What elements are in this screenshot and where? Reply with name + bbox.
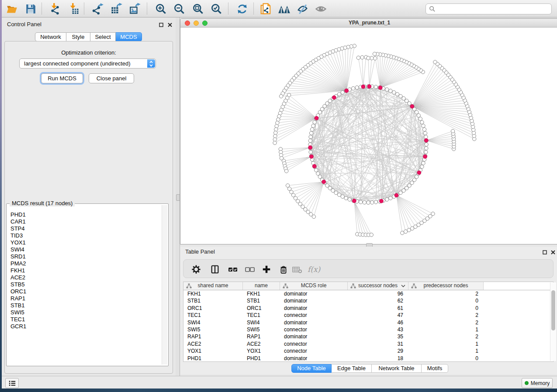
zoom-in-button[interactable]: [153, 1, 168, 16]
table-row[interactable]: PHD1PHD1dominator180: [183, 355, 553, 362]
import-table-button[interactable]: [66, 1, 81, 16]
export-table-button[interactable]: [109, 1, 124, 16]
mcds-result-item[interactable]: STB1: [7, 302, 162, 309]
float-panel-icon[interactable]: [542, 249, 548, 255]
table-cell[interactable]: 43: [348, 326, 408, 333]
show-task-history-button[interactable]: [5, 378, 19, 388]
tab-node-table[interactable]: Node Table: [291, 364, 332, 373]
mcds-result-item[interactable]: CAR1: [7, 218, 162, 225]
tab-select[interactable]: Select: [90, 32, 116, 41]
save-session-button[interactable]: [23, 1, 38, 16]
table-cell[interactable]: 62: [348, 297, 408, 304]
table-cell[interactable]: 0: [408, 297, 484, 304]
table-row[interactable]: FKH1FKH1dominator962: [183, 290, 553, 297]
mcds-result-item[interactable]: STP4: [7, 225, 162, 232]
table-cell[interactable]: dominator: [280, 355, 348, 362]
search-input[interactable]: [426, 3, 552, 14]
close-panel-button[interactable]: Close panel: [89, 73, 134, 83]
column-header-predecessor-nodes[interactable]: predecessor nodes: [408, 282, 484, 290]
table-cell[interactable]: PHD1: [243, 355, 280, 362]
table-row[interactable]: SWI5SWI5connector431: [183, 326, 553, 333]
table-cell[interactable]: 2: [408, 333, 484, 340]
table-cell[interactable]: RAP1: [243, 333, 280, 340]
close-panel-icon[interactable]: [167, 22, 173, 28]
table-cell[interactable]: FKH1: [183, 290, 243, 297]
table-row[interactable]: YOX1YOX1connector291: [183, 347, 553, 354]
column-header-mcds-role[interactable]: MCDS role: [280, 282, 348, 290]
table-cell[interactable]: TEC1: [183, 312, 243, 319]
mcds-result-item[interactable]: RAP1: [7, 295, 162, 302]
network-window-titlebar[interactable]: YPA_prune.txt_1: [180, 19, 557, 28]
table-cell[interactable]: dominator: [280, 333, 348, 340]
table-cell[interactable]: 1: [408, 326, 484, 333]
table-scrollbar[interactable]: [550, 282, 556, 361]
mcds-result-item[interactable]: SRD1: [7, 253, 162, 260]
table-cell[interactable]: 18: [348, 355, 408, 362]
tab-network[interactable]: Network: [35, 32, 66, 41]
mcds-result-item[interactable]: FKH1: [7, 267, 162, 274]
table-cell[interactable]: 46: [348, 319, 408, 326]
mcds-result-item[interactable]: STB5: [7, 281, 162, 288]
table-cell[interactable]: PHD1: [183, 355, 243, 362]
table-row[interactable]: SWI4SWI4dominator462: [183, 319, 553, 326]
open-file-button[interactable]: [4, 1, 19, 16]
network-canvas[interactable]: [180, 28, 557, 244]
create-column-button[interactable]: [261, 264, 272, 275]
zoom-fit-button[interactable]: [190, 1, 205, 16]
tab-edge-table[interactable]: Edge Table: [332, 364, 372, 373]
mcds-result-item[interactable]: PMA2: [7, 260, 162, 267]
table-cell[interactable]: connector: [280, 312, 348, 319]
table-cell[interactable]: YOX1: [183, 347, 243, 354]
table-cell[interactable]: SWI5: [243, 326, 280, 333]
table-cell[interactable]: dominator: [280, 290, 348, 297]
export-network-button[interactable]: [90, 1, 105, 16]
table-cell[interactable]: dominator: [280, 305, 348, 312]
table-cell[interactable]: 31: [348, 340, 408, 347]
table-cell[interactable]: 0: [408, 355, 484, 362]
column-header-successor-nodes[interactable]: successor nodes: [348, 282, 408, 290]
table-cell[interactable]: SWI4: [183, 319, 243, 326]
table-cell[interactable]: ACE2: [243, 340, 280, 347]
table-cell[interactable]: 2: [408, 290, 484, 297]
table-cell[interactable]: 2: [408, 319, 484, 326]
select-all-button[interactable]: [227, 264, 239, 275]
table-scrollbar-thumb[interactable]: [551, 290, 555, 330]
float-panel-icon[interactable]: [158, 22, 164, 28]
table-cell[interactable]: 1: [408, 347, 484, 354]
table-row[interactable]: STB1STB1dominator620: [183, 297, 553, 304]
export-image-button[interactable]: [128, 1, 143, 16]
table-cell[interactable]: connector: [280, 347, 348, 354]
table-cell[interactable]: ORC1: [243, 305, 280, 312]
unselect-all-button[interactable]: [244, 264, 256, 275]
vision-toggle-button[interactable]: [295, 1, 310, 16]
table-row[interactable]: RAP1RAP1dominator352: [183, 333, 553, 340]
table-cell[interactable]: SWI5: [183, 326, 243, 333]
mcds-result-item[interactable]: PHD1: [7, 211, 162, 218]
table-cell[interactable]: connector: [280, 340, 348, 347]
table-cell[interactable]: connector: [280, 326, 348, 333]
memory-button[interactable]: Memory: [522, 378, 553, 388]
mcds-result-item[interactable]: TID3: [7, 232, 162, 239]
table-cell[interactable]: STB1: [243, 297, 280, 304]
table-cell[interactable]: 29: [348, 347, 408, 354]
search-binoculars-button[interactable]: [277, 1, 291, 16]
column-header-name[interactable]: name: [243, 282, 280, 290]
run-mcds-button[interactable]: Run MCDS: [41, 73, 83, 83]
table-cell[interactable]: dominator: [280, 297, 348, 304]
table-cell[interactable]: 47: [348, 312, 408, 319]
table-row[interactable]: TEC1TEC1connector472: [183, 312, 553, 319]
table-cell[interactable]: dominator: [280, 319, 348, 326]
table-row[interactable]: ORC1ORC1dominator610: [183, 305, 553, 312]
table-cell[interactable]: 61: [348, 305, 408, 312]
criterion-select[interactable]: largest connected component (undirected): [19, 58, 156, 69]
mcds-list-scrollbar[interactable]: [162, 205, 167, 364]
table-cell[interactable]: RAP1: [183, 333, 243, 340]
mcds-result-item[interactable]: SWI5: [7, 309, 162, 316]
close-panel-icon[interactable]: [550, 249, 556, 255]
column-header-shared-name[interactable]: shared name: [183, 282, 243, 290]
mcds-result-item[interactable]: YOX1: [7, 239, 162, 246]
refresh-layout-button[interactable]: [235, 1, 249, 16]
table-cell[interactable]: 1: [408, 340, 484, 347]
mcds-result-item[interactable]: TEC1: [7, 316, 162, 323]
table-cell[interactable]: STB1: [183, 297, 243, 304]
